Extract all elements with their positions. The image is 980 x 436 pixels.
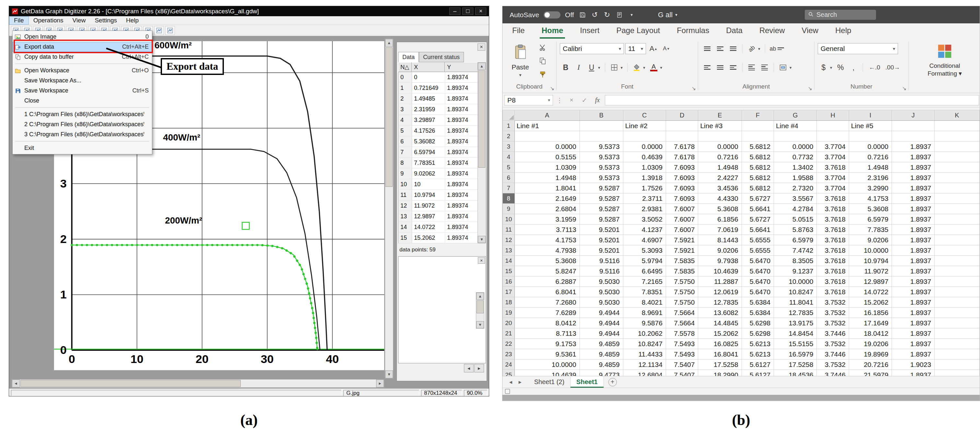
cell-K5[interactable] [935, 162, 980, 172]
table-row[interactable]: 76.597941.89374 [398, 147, 486, 158]
cell-H6[interactable]: 3.7704 [817, 172, 849, 183]
cell-D7[interactable]: 7.6093 [666, 183, 698, 193]
row-header-14[interactable]: 14 [503, 256, 515, 266]
column-header-D[interactable]: D [666, 110, 698, 121]
cell-F25[interactable]: 5.6127 [741, 370, 774, 376]
add-sheet-button[interactable]: + [608, 378, 617, 386]
scroll-right-icon[interactable]: ► [376, 380, 384, 387]
column-header-I[interactable]: I [849, 110, 892, 121]
cell-K23[interactable] [935, 349, 980, 359]
decrease-decimal-button[interactable]: .00→ [885, 62, 901, 73]
cell-F6[interactable]: 5.6812 [741, 172, 774, 183]
row-header-23[interactable]: 23 [503, 349, 515, 359]
row-header-11[interactable]: 11 [503, 225, 515, 235]
minimize-button[interactable]: – [449, 8, 460, 15]
cell-A4[interactable]: 0.5155 [514, 152, 579, 162]
cell-J11[interactable]: 1.8937 [892, 225, 935, 235]
cell-K14[interactable] [935, 256, 980, 266]
cell-F17[interactable]: 5.6470 [741, 287, 774, 297]
cell-D1[interactable] [666, 121, 698, 131]
cell-I15[interactable]: 11.9072 [849, 266, 892, 276]
table-row[interactable]: 1414.07221.89374 [398, 222, 486, 233]
cell-K17[interactable] [935, 287, 980, 297]
cell-H15[interactable]: 3.7618 [817, 266, 849, 276]
cell-E13[interactable]: 9.0206 [698, 245, 741, 256]
options-icon[interactable] [165, 26, 175, 35]
cell-A25[interactable]: 10.4639 [514, 370, 579, 376]
cell-D4[interactable]: 7.6178 [666, 152, 698, 162]
cell-J10[interactable]: 1.8937 [892, 214, 935, 225]
table-row[interactable]: 99.020621.89374 [398, 168, 486, 179]
cell-I4[interactable]: 0.7216 [849, 152, 892, 162]
cell-J15[interactable]: 1.8937 [892, 266, 935, 276]
ribbon-tab-formulas[interactable]: Formulas [675, 23, 711, 38]
name-box[interactable]: P8 ▾ [504, 95, 553, 105]
cell-E18[interactable]: 12.7835 [698, 297, 741, 308]
row-header-10[interactable]: 10 [503, 214, 515, 225]
cell-F15[interactable]: 5.6470 [741, 266, 774, 276]
cell-K25[interactable] [935, 370, 980, 376]
cell-I21[interactable]: 18.0412 [849, 328, 892, 339]
cell-C17[interactable]: 7.8351 [623, 287, 666, 297]
cell-I2[interactable] [849, 131, 892, 141]
cell-D5[interactable]: 7.6093 [666, 162, 698, 172]
cell-A7[interactable]: 1.8041 [514, 183, 579, 193]
cell-G18[interactable]: 11.8041 [774, 297, 817, 308]
cell-J2[interactable] [892, 131, 935, 141]
cell-G22[interactable]: 15.5155 [774, 339, 817, 349]
cell-J12[interactable]: 1.8937 [892, 235, 935, 245]
cell-J14[interactable]: 1.8937 [892, 256, 935, 266]
cell-F4[interactable]: 5.6812 [741, 152, 774, 162]
cell-A24[interactable]: 10.0000 [514, 359, 579, 370]
cell-F22[interactable]: 5.6213 [741, 339, 774, 349]
insert-function-button[interactable]: fx [592, 95, 603, 105]
cell-G9[interactable]: 4.2784 [774, 204, 817, 214]
cell-K9[interactable] [935, 204, 980, 214]
redo-icon[interactable]: ↻ [603, 11, 611, 19]
cell-B24[interactable]: 9.4859 [579, 359, 623, 370]
row-header-25[interactable]: 25 [503, 370, 515, 376]
cell-H20[interactable]: 3.7532 [817, 318, 849, 328]
cell-D15[interactable]: 7.5835 [666, 266, 698, 276]
cell-C1[interactable]: Line #2 [623, 121, 666, 131]
ribbon-tab-home[interactable]: Home [540, 23, 565, 38]
cell-E25[interactable]: 18.2990 [698, 370, 741, 376]
number-dialog-launcher-icon[interactable]: ↘ [902, 85, 907, 91]
cell-E21[interactable]: 15.2062 [698, 328, 741, 339]
cell-G20[interactable]: 13.9175 [774, 318, 817, 328]
cell-J13[interactable]: 1.8937 [892, 245, 935, 256]
cell-J25[interactable]: 1.8937 [892, 370, 935, 376]
table-row[interactable]: 10101.89374 [398, 179, 486, 190]
number-format-select[interactable]: General▾ [818, 43, 898, 54]
decrease-indent-button[interactable] [746, 62, 757, 73]
cell-C24[interactable]: 12.1134 [623, 359, 666, 370]
cell-A22[interactable]: 9.1753 [514, 339, 579, 349]
panel-close-icon[interactable]: × [477, 43, 485, 51]
cell-A1[interactable]: Line #1 [514, 121, 579, 131]
cell-I10[interactable]: 6.5979 [849, 214, 892, 225]
cell-H11[interactable]: 3.7618 [817, 225, 849, 235]
table-row[interactable]: 1211.90721.89374 [398, 200, 486, 211]
menu-file[interactable]: File [9, 16, 29, 25]
cell-I12[interactable]: 9.0206 [849, 235, 892, 245]
cell-C25[interactable]: 12.6804 [623, 370, 666, 376]
cell-G1[interactable]: Line #4 [774, 121, 817, 131]
autosave-toggle[interactable] [544, 11, 560, 19]
fill-color-caret-icon[interactable]: ▾ [643, 65, 645, 70]
cell-G21[interactable]: 14.8454 [774, 328, 817, 339]
cell-D13[interactable]: 7.5921 [666, 245, 698, 256]
preview-scrollbar[interactable]: ▲ ▼ [476, 292, 484, 329]
cell-F8[interactable]: 5.6727 [741, 193, 774, 204]
cancel-button[interactable]: × [566, 95, 577, 105]
cell-K7[interactable] [935, 183, 980, 193]
file-menu-item[interactable]: Save WorkspaceCtrl+S [13, 86, 152, 96]
cell-J5[interactable]: 1.8937 [892, 162, 935, 172]
cell-A10[interactable]: 3.1959 [514, 214, 579, 225]
cell-F16[interactable]: 5.6470 [741, 276, 774, 287]
cell-J6[interactable]: 1.8937 [892, 172, 935, 183]
cell-G11[interactable]: 5.8763 [774, 225, 817, 235]
graph-horizontal-scrollbar[interactable]: ◄ ► [12, 379, 384, 388]
cell-J16[interactable]: 1.8937 [892, 276, 935, 287]
column-header-n[interactable]: N△ [398, 62, 412, 72]
cell-I3[interactable]: 0.0000 [849, 141, 892, 152]
